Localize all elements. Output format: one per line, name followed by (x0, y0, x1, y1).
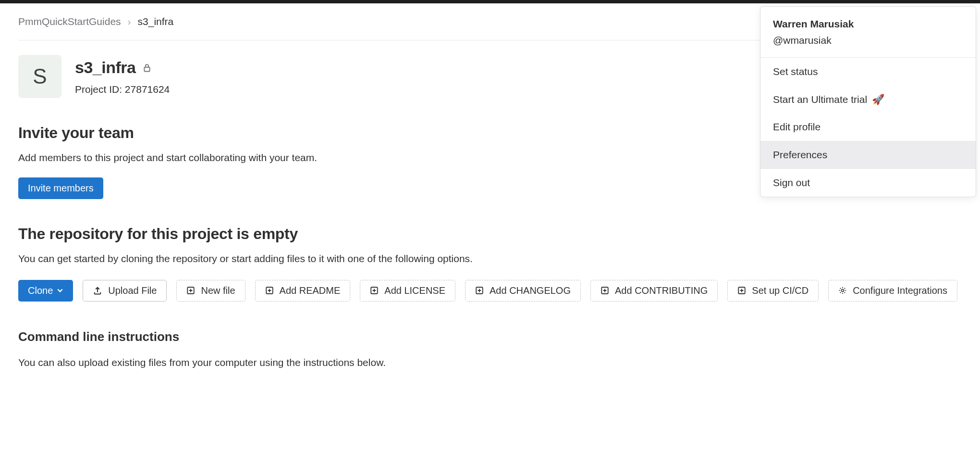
chevron-right-icon: › (128, 14, 131, 29)
setup-cicd-label: Set up CI/CD (752, 285, 808, 296)
project-title-row: s3_infra (75, 55, 170, 80)
plus-square-icon (737, 286, 746, 295)
configure-integrations-button[interactable]: Configure Integrations (828, 280, 957, 302)
chevron-down-icon (57, 287, 63, 294)
rocket-icon: 🚀 (872, 92, 884, 107)
page-content: PmmQuickStartGuides › s3_infra S s3_infr… (0, 3, 980, 370)
clone-label: Clone (28, 285, 53, 296)
empty-repo-heading: The repository for this project is empty (18, 222, 962, 245)
project-avatar: S (18, 55, 61, 98)
add-readme-button[interactable]: Add README (255, 280, 351, 302)
add-changelog-button[interactable]: Add CHANGELOG (465, 280, 581, 302)
gear-icon (838, 286, 847, 295)
new-file-button[interactable]: New file (176, 280, 245, 302)
user-handle: @wmarusiak (773, 33, 963, 48)
project-title-block: s3_infra Project ID: 27871624 (75, 55, 170, 97)
plus-square-icon (370, 286, 379, 295)
plus-square-icon (265, 286, 274, 295)
configure-integrations-label: Configure Integrations (853, 285, 947, 296)
breadcrumb-parent[interactable]: PmmQuickStartGuides (18, 14, 121, 29)
project-id: Project ID: 27871624 (75, 82, 170, 97)
repo-actions-row: Clone Upload File New file (18, 280, 962, 302)
user-menu: Warren Marusiak @wmarusiak Set status St… (760, 6, 976, 197)
add-contributing-label: Add CONTRIBUTING (615, 285, 708, 296)
breadcrumb-current: s3_infra (138, 14, 174, 29)
cli-heading: Command line instructions (18, 327, 962, 346)
lock-icon (142, 63, 152, 73)
project-name: s3_infra (75, 55, 135, 80)
invite-members-button[interactable]: Invite members (18, 177, 103, 199)
add-license-label: Add LICENSE (384, 285, 445, 296)
menu-set-status[interactable]: Set status (760, 58, 976, 86)
menu-sign-out[interactable]: Sign out (760, 169, 976, 197)
upload-icon (93, 286, 102, 295)
plus-square-icon (186, 286, 195, 295)
svg-rect-0 (145, 67, 150, 72)
plus-square-icon (600, 286, 609, 295)
menu-start-trial-label: Start an Ultimate trial (773, 92, 867, 107)
cli-subtext: You can also upload existing files from … (18, 355, 962, 370)
user-name: Warren Marusiak (773, 16, 963, 32)
add-changelog-label: Add CHANGELOG (490, 285, 571, 296)
svg-point-7 (842, 290, 844, 292)
add-contributing-button[interactable]: Add CONTRIBUTING (590, 280, 718, 302)
upload-file-button[interactable]: Upload File (83, 280, 167, 302)
menu-preferences[interactable]: Preferences (760, 141, 976, 169)
user-menu-header: Warren Marusiak @wmarusiak (760, 7, 976, 58)
menu-edit-profile[interactable]: Edit profile (760, 113, 976, 141)
add-readme-label: Add README (280, 285, 341, 296)
add-license-button[interactable]: Add LICENSE (360, 280, 455, 302)
plus-square-icon (475, 286, 484, 295)
new-file-label: New file (201, 285, 235, 296)
empty-repo-subtext: You can get started by cloning the repos… (18, 251, 962, 266)
upload-label: Upload File (108, 285, 157, 296)
clone-button[interactable]: Clone (18, 280, 73, 302)
menu-start-trial[interactable]: Start an Ultimate trial 🚀 (760, 86, 976, 113)
top-bar (0, 0, 980, 3)
setup-cicd-button[interactable]: Set up CI/CD (727, 280, 819, 302)
